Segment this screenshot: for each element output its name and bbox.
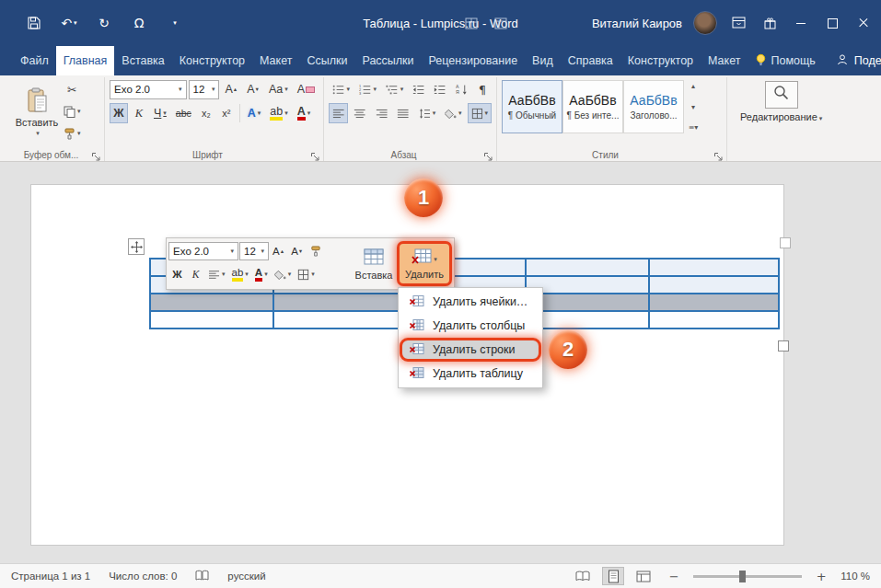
tab-review[interactable]: Рецензирование bbox=[422, 46, 526, 75]
tab-references[interactable]: Ссылки bbox=[299, 46, 354, 75]
mini-insert-button[interactable]: Вставка bbox=[351, 241, 397, 286]
increase-indent-button[interactable] bbox=[430, 79, 449, 99]
menu-item-delete-columns[interactable]: Удалить столбцы bbox=[400, 314, 541, 338]
menu-item-delete-table[interactable]: Удалить таблицу bbox=[400, 362, 541, 386]
change-case-button[interactable]: Аа bbox=[265, 79, 292, 99]
align-right-button[interactable] bbox=[372, 103, 391, 123]
tab-design[interactable]: Конструктор bbox=[172, 46, 252, 75]
table-cell[interactable] bbox=[150, 294, 273, 311]
zoom-slider-thumb[interactable] bbox=[739, 571, 746, 582]
font-name-combo[interactable]: Exo 2.0▾ bbox=[110, 80, 187, 99]
table-move-handle[interactable] bbox=[128, 238, 145, 255]
align-center-button[interactable] bbox=[350, 103, 369, 123]
ribbon-display-options-icon[interactable] bbox=[728, 13, 748, 33]
zoom-out-button[interactable] bbox=[663, 567, 685, 585]
user-name[interactable]: Виталий Каиров bbox=[592, 17, 682, 30]
paste-button[interactable]: Вставить bbox=[16, 79, 58, 145]
clear-formatting-button[interactable]: А bbox=[294, 79, 319, 99]
table-cell[interactable] bbox=[649, 276, 779, 294]
underline-button[interactable]: Ч bbox=[150, 103, 170, 123]
find-button[interactable] bbox=[765, 81, 798, 109]
table-cell[interactable] bbox=[526, 276, 649, 294]
mini-delete-button[interactable]: Удалить bbox=[397, 241, 452, 286]
maximize-button[interactable] bbox=[822, 13, 842, 33]
subscript-button[interactable]: x₂ bbox=[197, 103, 215, 123]
mini-font-size-combo[interactable]: 12▾ bbox=[239, 242, 269, 260]
tab-file[interactable]: Файл bbox=[13, 46, 56, 75]
decrease-indent-button[interactable] bbox=[409, 79, 428, 99]
superscript-button[interactable]: x² bbox=[217, 103, 236, 123]
gallery-more-icon[interactable]: ≡▾ bbox=[687, 123, 700, 132]
tab-table-layout[interactable]: Макет bbox=[701, 46, 748, 75]
web-layout-button[interactable] bbox=[632, 567, 655, 585]
zoom-slider[interactable] bbox=[693, 575, 802, 578]
print-layout-button[interactable] bbox=[602, 567, 624, 585]
show-marks-button[interactable]: ¶ bbox=[473, 79, 492, 99]
copy-icon[interactable] bbox=[60, 101, 85, 121]
tab-table-design[interactable]: Конструктор bbox=[620, 46, 701, 75]
mini-italic-button[interactable]: К bbox=[187, 264, 204, 284]
minimize-button[interactable] bbox=[791, 13, 811, 33]
customize-qat-icon[interactable] bbox=[164, 13, 184, 33]
style-normal[interactable]: АаБбВв ¶ Обычный bbox=[502, 80, 562, 133]
table-cell[interactable] bbox=[526, 294, 649, 311]
line-spacing-button[interactable] bbox=[415, 103, 439, 123]
page-indicator[interactable]: Страница 1 из 1 bbox=[11, 571, 90, 582]
bold-button[interactable]: Ж bbox=[110, 103, 128, 123]
save-icon[interactable] bbox=[24, 13, 44, 33]
word-count[interactable]: Число слов: 0 bbox=[109, 571, 177, 582]
grow-font-button[interactable]: А bbox=[221, 79, 241, 99]
redo-icon[interactable]: ↻ bbox=[94, 13, 114, 33]
mini-format-painter-button[interactable] bbox=[307, 241, 324, 261]
cut-icon[interactable]: ✂ bbox=[60, 79, 85, 99]
shrink-font-button[interactable]: А bbox=[243, 79, 263, 99]
mini-highlight-button[interactable]: ab bbox=[229, 264, 251, 284]
highlight-color-button[interactable]: ab bbox=[266, 103, 291, 123]
tab-assistant[interactable]: Помощь bbox=[748, 46, 822, 75]
mini-borders-button[interactable] bbox=[295, 264, 318, 284]
language-indicator[interactable]: русский bbox=[227, 571, 265, 582]
align-left-button[interactable] bbox=[329, 103, 348, 123]
table-cell[interactable] bbox=[526, 311, 649, 329]
font-color-button[interactable]: А bbox=[294, 103, 315, 123]
mini-shading-button[interactable] bbox=[272, 264, 295, 284]
tab-mailings[interactable]: Рассылки bbox=[354, 46, 421, 75]
table-cell[interactable] bbox=[649, 311, 779, 329]
zoom-level[interactable]: 110 % bbox=[840, 571, 870, 582]
shading-button[interactable] bbox=[441, 103, 465, 123]
share-button[interactable]: Поделиться bbox=[823, 46, 881, 75]
mini-align-button[interactable] bbox=[205, 264, 228, 284]
tab-home[interactable]: Главная bbox=[56, 46, 115, 75]
bullet-list-button[interactable] bbox=[329, 79, 354, 99]
tab-help[interactable]: Справка bbox=[561, 46, 620, 75]
justify-button[interactable] bbox=[393, 103, 412, 123]
editing-group-button[interactable]: Редактирование bbox=[740, 111, 822, 122]
table-cell[interactable] bbox=[150, 311, 273, 329]
tab-layout[interactable]: Макет bbox=[252, 46, 299, 75]
tab-insert[interactable]: Вставка bbox=[114, 46, 171, 75]
tab-view[interactable]: Вид bbox=[525, 46, 561, 75]
mini-shrink-font-button[interactable]: А bbox=[288, 241, 306, 261]
mini-bold-button[interactable]: Ж bbox=[168, 264, 186, 284]
proofing-icon[interactable] bbox=[195, 570, 209, 583]
mini-font-color-button[interactable]: А bbox=[252, 264, 271, 284]
borders-button[interactable] bbox=[468, 103, 492, 123]
menu-item-delete-rows[interactable]: Удалить строки bbox=[400, 338, 541, 362]
italic-button[interactable]: К bbox=[130, 103, 148, 123]
table-cell[interactable] bbox=[649, 259, 779, 276]
mini-font-name-combo[interactable]: Exo 2.0▾ bbox=[168, 242, 238, 260]
omega-symbol-button[interactable]: Ω bbox=[129, 13, 149, 33]
gallery-down-icon[interactable]: ▾ bbox=[687, 103, 700, 111]
font-size-combo[interactable]: 12▾ bbox=[189, 80, 220, 99]
text-effects-button[interactable]: А bbox=[244, 103, 265, 123]
format-painter-icon[interactable] bbox=[60, 123, 85, 144]
table-resize-handle[interactable] bbox=[778, 340, 789, 352]
table-cell[interactable] bbox=[649, 294, 779, 311]
zoom-in-button[interactable] bbox=[810, 567, 832, 585]
font-dialog-launcher[interactable] bbox=[310, 149, 320, 159]
paragraph-dialog-launcher[interactable] bbox=[483, 149, 493, 159]
numbered-list-button[interactable]: 123 bbox=[355, 79, 380, 99]
undo-icon[interactable]: ↶ bbox=[59, 13, 79, 33]
close-button[interactable] bbox=[853, 13, 874, 33]
gift-icon[interactable] bbox=[759, 13, 780, 33]
